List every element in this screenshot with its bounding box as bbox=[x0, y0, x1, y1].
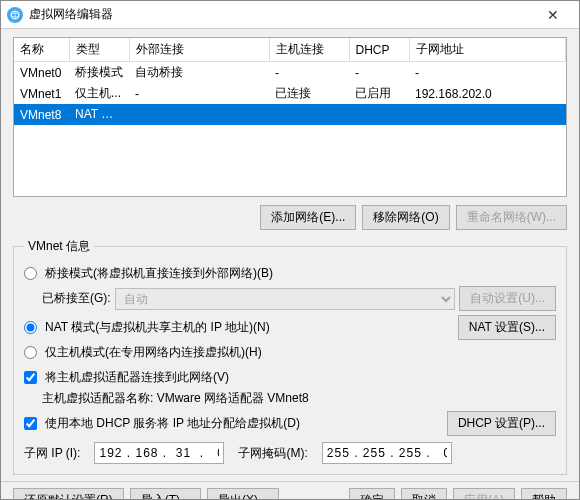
cell-dhcp: - bbox=[349, 62, 409, 84]
export-button[interactable]: 导出(X)... bbox=[207, 488, 279, 500]
bridge-to-select: 自动 bbox=[115, 288, 456, 310]
network-table[interactable]: 名称 类型 外部连接 主机连接 DHCP 子网地址 VMnet0桥接模式自动桥接… bbox=[13, 37, 567, 197]
col-subnet[interactable]: 子网地址 bbox=[409, 38, 566, 62]
vmnet-info-group: VMnet 信息 桥接模式(将虚拟机直接连接到外部网络)(B) 已桥接至(G):… bbox=[13, 238, 567, 475]
nat-radio[interactable] bbox=[24, 321, 37, 334]
bridge-radio[interactable] bbox=[24, 267, 37, 280]
ok-button[interactable]: 确定 bbox=[349, 488, 395, 500]
table-row[interactable]: VMnet1仅主机...-已连接已启用192.168.202.0 bbox=[14, 83, 566, 104]
table-row[interactable]: VMnet0桥接模式自动桥接--- bbox=[14, 62, 566, 84]
cancel-button[interactable]: 取消 bbox=[401, 488, 447, 500]
use-dhcp-checkbox[interactable] bbox=[24, 417, 37, 430]
cell-name: VMnet8 bbox=[14, 104, 69, 125]
import-button[interactable]: 导入(T)... bbox=[130, 488, 201, 500]
col-type[interactable]: 类型 bbox=[69, 38, 129, 62]
cell-name: VMnet0 bbox=[14, 62, 69, 84]
cell-name: VMnet1 bbox=[14, 83, 69, 104]
auto-settings-button: 自动设置(U)... bbox=[459, 286, 556, 311]
cell-type: 桥接模式 bbox=[69, 62, 129, 84]
col-dhcp[interactable]: DHCP bbox=[349, 38, 409, 62]
cell-subnet: 192.168.202.0 bbox=[409, 83, 566, 104]
table-row[interactable]: VMnet8NAT 模式 bbox=[14, 104, 566, 125]
nat-settings-button[interactable]: NAT 设置(S)... bbox=[458, 315, 556, 340]
cell-type: NAT 模式 bbox=[69, 104, 129, 125]
hostonly-radio[interactable] bbox=[24, 346, 37, 359]
add-network-button[interactable]: 添加网络(E)... bbox=[260, 205, 356, 230]
connect-host-label: 将主机虚拟适配器连接到此网络(V) bbox=[45, 369, 229, 386]
subnet-mask-input[interactable] bbox=[322, 442, 452, 464]
cell-type: 仅主机... bbox=[69, 83, 129, 104]
close-icon[interactable]: ✕ bbox=[533, 7, 573, 23]
nat-label: NAT 模式(与虚拟机共享主机的 IP 地址)(N) bbox=[45, 319, 270, 336]
subnet-mask-label: 子网掩码(M): bbox=[238, 445, 307, 462]
cell-ext: - bbox=[129, 83, 269, 104]
window-title: 虚拟网络编辑器 bbox=[29, 6, 113, 23]
adapter-name-text: 主机虚拟适配器名称: VMware 网络适配器 VMnet8 bbox=[42, 390, 556, 407]
vmnet-info-legend: VMnet 信息 bbox=[24, 238, 94, 255]
cell-ext: 自动桥接 bbox=[129, 62, 269, 84]
dhcp-settings-button[interactable]: DHCP 设置(P)... bbox=[447, 411, 556, 436]
help-button[interactable]: 帮助 bbox=[521, 488, 567, 500]
cell-ext bbox=[129, 104, 269, 125]
connect-host-checkbox[interactable] bbox=[24, 371, 37, 384]
col-host[interactable]: 主机连接 bbox=[269, 38, 349, 62]
cell-host: 已连接 bbox=[269, 83, 349, 104]
use-dhcp-label: 使用本地 DHCP 服务将 IP 地址分配给虚拟机(D) bbox=[45, 415, 300, 432]
hostonly-label: 仅主机模式(在专用网络内连接虚拟机)(H) bbox=[45, 344, 262, 361]
cell-subnet bbox=[409, 104, 566, 125]
remove-network-button[interactable]: 移除网络(O) bbox=[362, 205, 449, 230]
cell-host bbox=[269, 104, 349, 125]
app-icon bbox=[7, 7, 23, 23]
col-ext[interactable]: 外部连接 bbox=[129, 38, 269, 62]
bridge-label: 桥接模式(将虚拟机直接连接到外部网络)(B) bbox=[45, 265, 273, 282]
cell-dhcp: 已启用 bbox=[349, 83, 409, 104]
restore-defaults-button[interactable]: 还原默认设置(R) bbox=[13, 488, 124, 500]
apply-button: 应用(A) bbox=[453, 488, 515, 500]
subnet-ip-input[interactable] bbox=[94, 442, 224, 464]
subnet-ip-label: 子网 IP (I): bbox=[24, 445, 80, 462]
cell-dhcp bbox=[349, 104, 409, 125]
cell-host: - bbox=[269, 62, 349, 84]
cell-subnet: - bbox=[409, 62, 566, 84]
bridge-to-label: 已桥接至(G): bbox=[42, 290, 111, 307]
rename-network-button: 重命名网络(W)... bbox=[456, 205, 567, 230]
col-name[interactable]: 名称 bbox=[14, 38, 69, 62]
